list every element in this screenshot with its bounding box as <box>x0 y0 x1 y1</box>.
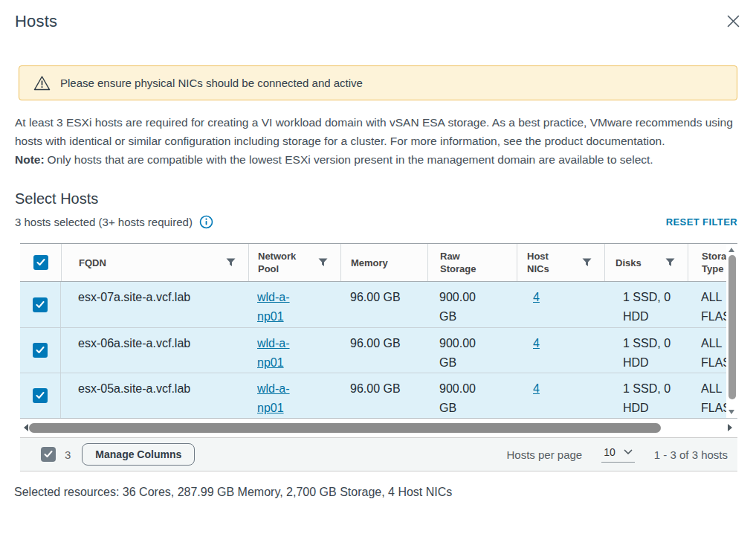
checkmark-icon <box>36 257 45 268</box>
row-checkbox[interactable] <box>33 297 48 312</box>
network-pool-link[interactable]: wld-a-np01 <box>257 334 303 373</box>
per-page-value: 10 <box>604 446 616 458</box>
table-body: esx-07a.site-a.vcf.lab wld-a-np01 96.00 … <box>20 282 737 418</box>
horizontal-scrollbar-thumb[interactable] <box>29 423 661 433</box>
filter-icon-host-nics[interactable] <box>582 258 592 267</box>
column-label-disks: Disks <box>616 257 642 269</box>
row-cell-network-pool: wld-a-np01 <box>248 282 340 327</box>
column-label-host-nics: Host NICs <box>527 250 557 275</box>
row-cell-fqdn: esx-05a.site-a.vcf.lab <box>61 373 248 418</box>
description: At least 3 ESXi hosts are required for c… <box>15 113 741 169</box>
checkmark-icon <box>36 295 45 315</box>
checkmark-icon <box>44 448 53 461</box>
header-cell-fqdn: FQDN <box>61 244 248 281</box>
raw-storage-value: 900.00 GB <box>439 288 491 326</box>
manage-columns-button[interactable]: Manage Columns <box>82 443 195 466</box>
page-title: Hosts <box>15 11 57 31</box>
row-cell-raw-storage: 900.00 GB <box>427 282 517 327</box>
warning-message: Please ensure physical NICs should be co… <box>60 77 363 89</box>
checkmark-icon <box>36 386 45 405</box>
storage-type-value: ALL FLASH <box>701 334 726 373</box>
fqdn-value: esx-05a.site-a.vcf.lab <box>78 382 190 395</box>
fqdn-value: esx-07a.site-a.vcf.lab <box>78 291 190 303</box>
row-cell-memory: 96.00 GB <box>340 328 427 373</box>
filter-icon-fqdn[interactable] <box>226 258 236 267</box>
network-pool-link[interactable]: wld-a-np01 <box>257 288 303 326</box>
pagination-range: 1 - 3 of 3 hosts <box>654 448 728 461</box>
row-cell-disks: 1 SSD, 0 HDD <box>604 373 688 418</box>
header-cell-network-pool: Network Pool <box>248 244 340 281</box>
filter-icon-network-pool[interactable] <box>318 258 328 267</box>
warning-icon <box>33 75 51 91</box>
selected-count: 3 <box>65 448 71 461</box>
row-checkbox[interactable] <box>33 343 48 358</box>
row-cell-network-pool: wld-a-np01 <box>248 328 340 373</box>
scroll-down-arrow-icon[interactable] <box>728 410 734 414</box>
scroll-right-arrow-icon[interactable] <box>728 424 732 431</box>
column-label-storage-type: Storage Type <box>702 250 726 275</box>
raw-storage-value: 900.00 GB <box>439 334 491 373</box>
table-row: esx-05a.site-a.vcf.lab wld-a-np01 96.00 … <box>20 373 726 418</box>
row-cell-disks: 1 SSD, 0 HDD <box>604 282 688 327</box>
per-page-label: Hosts per page <box>506 448 582 461</box>
vertical-scrollbar[interactable] <box>726 244 737 418</box>
chevron-down-icon <box>624 449 633 455</box>
dialog-header: Hosts <box>0 0 756 31</box>
vertical-scrollbar-thumb[interactable] <box>728 255 736 399</box>
scroll-up-arrow-icon[interactable] <box>728 248 734 252</box>
raw-storage-value: 900.00 GB <box>439 379 491 418</box>
selection-summary: 3 hosts selected (3+ hosts required) <box>15 216 193 228</box>
column-toggle-checkbox[interactable] <box>41 447 56 462</box>
close-icon <box>727 19 740 30</box>
row-cell-network-pool: wld-a-np01 <box>248 373 340 418</box>
close-button[interactable] <box>726 11 741 31</box>
row-checkbox[interactable] <box>33 388 48 403</box>
host-nics-link[interactable]: 4 <box>533 382 540 395</box>
row-cell-host-nics: 4 <box>517 282 604 327</box>
host-nics-link[interactable]: 4 <box>533 291 540 303</box>
row-cell-fqdn: esx-07a.site-a.vcf.lab <box>61 282 248 327</box>
info-button[interactable] <box>199 215 213 229</box>
scroll-left-arrow-icon[interactable] <box>24 424 28 431</box>
table-footer: 3 Manage Columns Hosts per page 10 1 - 3… <box>20 437 737 471</box>
horizontal-scrollbar[interactable] <box>20 418 737 437</box>
memory-value: 96.00 GB <box>350 291 401 303</box>
column-label-memory: Memory <box>351 257 388 269</box>
row-cell-memory: 96.00 GB <box>340 282 427 327</box>
memory-value: 96.00 GB <box>350 382 401 395</box>
hosts-table: FQDN Network Pool Memory Raw Storage Hos… <box>20 243 737 471</box>
select-all-checkbox[interactable] <box>33 255 48 270</box>
column-label-fqdn: FQDN <box>79 257 106 269</box>
storage-type-value: ALL FLASH <box>701 379 726 418</box>
storage-type-value: ALL FLASH <box>701 288 726 326</box>
row-cell-checkbox <box>20 373 61 418</box>
info-icon <box>199 220 213 231</box>
header-cell-raw-storage: Raw Storage <box>427 244 517 281</box>
note-label: Note: <box>15 153 45 166</box>
header-cell-select-all <box>20 244 61 281</box>
network-pool-link[interactable]: wld-a-np01 <box>257 379 303 418</box>
row-cell-host-nics: 4 <box>517 373 604 418</box>
select-hosts-heading: Select Hosts <box>15 190 756 207</box>
column-label-raw-storage: Raw Storage <box>440 250 483 275</box>
checkmark-icon <box>36 341 45 360</box>
disks-value: 1 SSD, 0 HDD <box>623 379 682 418</box>
note-text: Only hosts that are compatible with the … <box>48 153 653 166</box>
selected-resources-summary: Selected resources: 36 Cores, 287.99 GB … <box>14 486 756 499</box>
row-cell-storage-type: ALL FLASH <box>688 282 726 327</box>
row-cell-disks: 1 SSD, 0 HDD <box>604 328 688 373</box>
header-cell-host-nics: Host NICs <box>517 244 604 281</box>
memory-value: 96.00 GB <box>350 337 401 350</box>
disks-value: 1 SSD, 0 HDD <box>623 334 682 373</box>
filter-icon-disks[interactable] <box>665 258 675 267</box>
row-cell-storage-type: ALL FLASH <box>688 373 726 418</box>
row-cell-host-nics: 4 <box>517 328 604 373</box>
per-page-select[interactable]: 10 <box>601 446 635 463</box>
table-row: esx-07a.site-a.vcf.lab wld-a-np01 96.00 … <box>20 282 726 327</box>
hosts-dialog: Hosts Please ensure physical NICs should… <box>0 0 756 499</box>
host-nics-link[interactable]: 4 <box>533 337 540 350</box>
header-cell-memory: Memory <box>340 244 427 281</box>
reset-filter-link[interactable]: RESET FILTER <box>666 216 737 228</box>
row-cell-raw-storage: 900.00 GB <box>427 328 517 373</box>
row-cell-memory: 96.00 GB <box>340 373 427 418</box>
